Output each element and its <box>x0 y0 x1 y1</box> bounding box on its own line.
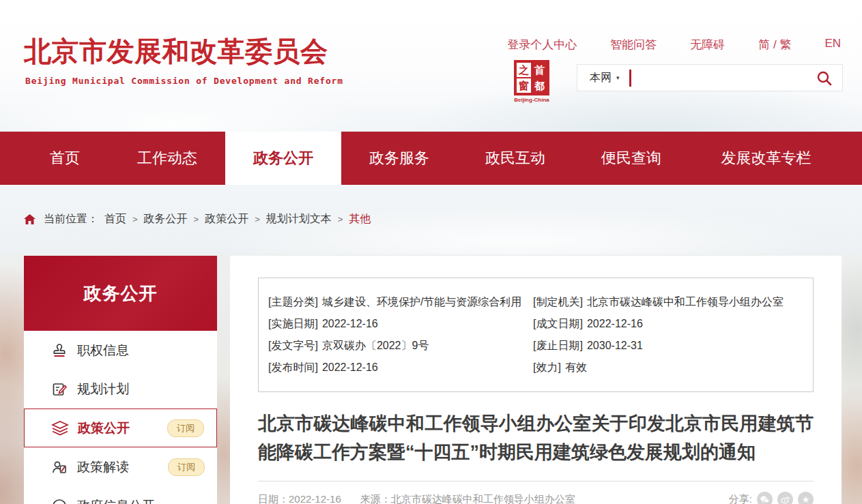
share-label: 分享: <box>729 493 752 504</box>
sidebar-item-label: 政策解读 <box>77 458 129 476</box>
breadcrumb-item-gov-disclosure[interactable]: 政务公开 <box>144 212 188 226</box>
meta-label: [废止日期] <box>533 340 583 351</box>
sidebar-item-planning[interactable]: 规划计划 <box>24 370 217 409</box>
meta-topic-category: [主题分类]城乡建设、环境保护/节能与资源综合利用 <box>268 291 533 313</box>
nav-item-public-interaction[interactable]: 政民互动 <box>457 132 573 185</box>
accessibility-link[interactable]: 无障碍 <box>690 37 725 53</box>
login-personal-center-link[interactable]: 登录个人中心 <box>507 37 577 53</box>
breadcrumb-item-home[interactable]: 首页 <box>104 212 126 226</box>
breadcrumb-item-other[interactable]: 其他 <box>349 212 371 226</box>
chevron-down-icon: ▾ <box>616 74 620 81</box>
meta-implementation-date: [实施日期]2022-12-16 <box>268 313 533 335</box>
meta-value: 2022-12-16 <box>587 318 643 329</box>
meta-value: 北京市碳达峰碳中和工作领导小组办公室 <box>587 296 784 308</box>
content-area: 政务公开 职权信息 <box>0 254 862 504</box>
share-wechat-icon[interactable] <box>757 492 773 504</box>
seal-char: 首 <box>532 62 547 78</box>
breadcrumb-separator: > <box>338 214 343 224</box>
meta-value: 2022-12-16 <box>322 361 378 373</box>
search-box: 本网 ▾ <box>577 64 843 91</box>
sidebar-item-policy-disclosure[interactable]: 政策公开 订阅 <box>24 409 217 447</box>
site-logo-subtitle-en: Beijing Municipal Commission of Developm… <box>25 76 343 86</box>
seal-char: 窗 <box>516 78 532 93</box>
document-pencil-icon <box>51 381 68 398</box>
source-value: 北京市碳达峰碳中和工作领导小组办公室 <box>391 493 575 504</box>
share-weibo-icon[interactable] <box>777 492 793 504</box>
sidebar-item-policy-interpretation[interactable]: 政策解读 订阅 <box>24 447 217 486</box>
nav-item-home[interactable]: 首页 <box>20 132 109 185</box>
document-meta-table: [主题分类]城乡建设、环境保护/节能与资源综合利用 [制定机关]北京市碳达峰碳中… <box>258 278 814 392</box>
subscribe-button[interactable]: 订阅 <box>168 458 205 476</box>
search-scope-label: 本网 <box>590 71 612 85</box>
search-icon[interactable] <box>816 70 832 86</box>
meta-issuing-body: [制定机关]北京市碳达峰碳中和工作领导小组办公室 <box>533 291 803 313</box>
search-scope-dropdown[interactable]: 本网 ▾ <box>590 71 620 85</box>
site-header: 北京市发展和改革委员会 Beijing Municipal Commission… <box>0 0 862 132</box>
main-nav: 首页 工作动态 政务公开 政务服务 政民互动 便民查询 发展改革专栏 <box>0 132 862 185</box>
simplified-traditional-toggle[interactable]: 简 / 繁 <box>758 37 791 53</box>
meta-label: [制定机关] <box>533 296 583 308</box>
person-pen-icon <box>51 458 68 476</box>
meta-label: [主题分类] <box>268 296 318 308</box>
breadcrumb-item-policy-disclosure[interactable]: 政策公开 <box>205 212 248 226</box>
seal-char: 之 <box>516 62 532 78</box>
seal-grid: 之 首 窗 都 <box>514 60 549 95</box>
layers-icon <box>51 419 69 437</box>
title-divider <box>258 481 814 481</box>
share-bar: 分享: ★ <box>729 492 814 504</box>
nav-item-gov-disclosure[interactable]: 政务公开 <box>225 132 341 185</box>
sidebar-item-gov-info-disclosure[interactable]: 政府信息公开 <box>24 486 217 504</box>
meta-value: 城乡建设、环境保护/节能与资源综合利用 <box>322 296 521 308</box>
sidebar: 政务公开 职权信息 <box>24 256 217 504</box>
article-panel: [主题分类]城乡建设、环境保护/节能与资源综合利用 [制定机关]北京市碳达峰碳中… <box>230 256 842 504</box>
sidebar-item-authority-info[interactable]: 职权信息 <box>24 331 217 370</box>
sidebar-item-label: 职权信息 <box>77 342 129 359</box>
sidebar-item-label: 政策公开 <box>78 419 130 437</box>
nav-item-convenient-query[interactable]: 便民查询 <box>573 132 689 185</box>
meta-value: 2030-12-31 <box>587 340 643 351</box>
meta-value: 京双碳办〔2022〕9号 <box>322 340 429 351</box>
meta-validity: [效力]有效 <box>533 357 803 379</box>
share-favorite-icon[interactable]: ★ <box>798 492 814 504</box>
sidebar-menu: 职权信息 规划计划 <box>24 331 217 504</box>
article-info-row: 日期：2022-12-16 来源：北京市碳达峰碳中和工作领导小组办公室 分享: <box>258 492 814 504</box>
utility-links: 登录个人中心 智能问答 无障碍 简 / 繁 EN <box>507 37 841 53</box>
meta-written-date: [成文日期]2022-12-16 <box>533 313 803 335</box>
date-value: 2022-12-16 <box>289 493 341 504</box>
meta-publish-date: [发布时间]2022-12-16 <box>268 357 533 379</box>
meta-value: 2022-12-16 <box>322 318 378 329</box>
breadcrumb-separator: > <box>255 214 260 224</box>
source-label: 来源： <box>360 493 391 504</box>
nav-item-gov-services[interactable]: 政务服务 <box>341 132 457 185</box>
nav-item-work-news[interactable]: 工作动态 <box>109 132 225 185</box>
meta-label: [效力] <box>533 361 561 373</box>
sidebar-item-label: 政府信息公开 <box>77 497 155 504</box>
search-input[interactable] <box>631 67 816 89</box>
meta-label: [发布时间] <box>268 361 318 373</box>
article-title: 北京市碳达峰碳中和工作领导小组办公室关于印发北京市民用建筑节能降碳工作方案暨“十… <box>258 409 814 466</box>
site-logo-title: 北京市发展和改革委员会 <box>24 33 328 70</box>
seal-char: 都 <box>532 78 547 93</box>
seal-caption: Beijing-China <box>513 97 550 103</box>
meta-value: 有效 <box>565 361 587 373</box>
sidebar-item-label: 规划计划 <box>77 381 129 398</box>
beijing-china-seal-logo[interactable]: 之 首 窗 都 Beijing-China <box>513 60 550 103</box>
breadcrumb-band: 当前位置： 首页 > 政务公开 > 政策公开 > 规划计划文本 > 其他 <box>0 185 862 254</box>
english-link[interactable]: EN <box>824 37 841 53</box>
meta-label: [成文日期] <box>533 318 583 329</box>
article-source: 来源：北京市碳达峰碳中和工作领导小组办公室 <box>360 493 575 504</box>
home-icon[interactable] <box>24 214 35 224</box>
compass-icon <box>51 497 68 504</box>
article-date: 日期：2022-12-16 <box>258 493 341 504</box>
breadcrumb-location-label: 当前位置： <box>44 212 98 226</box>
meta-label: [发文字号] <box>268 340 318 351</box>
nav-item-reform-special[interactable]: 发展改革专栏 <box>689 132 843 185</box>
smart-qa-link[interactable]: 智能问答 <box>610 37 657 53</box>
date-label: 日期： <box>258 493 289 504</box>
sidebar-title: 政务公开 <box>24 256 217 331</box>
breadcrumb: 当前位置： 首页 > 政务公开 > 政策公开 > 规划计划文本 > 其他 <box>24 212 862 226</box>
stamp-icon <box>51 342 68 359</box>
subscribe-button[interactable]: 订阅 <box>167 419 204 437</box>
breadcrumb-item-planning-text[interactable]: 规划计划文本 <box>266 212 332 226</box>
meta-document-number: [发文字号]京双碳办〔2022〕9号 <box>268 335 533 357</box>
